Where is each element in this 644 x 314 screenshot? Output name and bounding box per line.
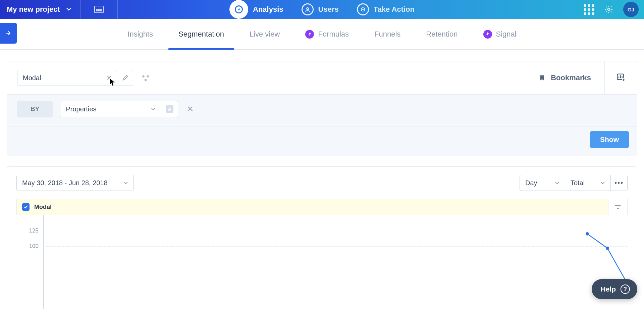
compare-icon[interactable] <box>141 73 150 82</box>
chart-legend: Modal <box>16 199 628 215</box>
bolt-icon <box>483 30 492 39</box>
topbar-right: GJ <box>584 2 639 17</box>
tab-label: Retention <box>426 30 458 39</box>
filter-lines-icon <box>614 203 622 211</box>
y-tick-label: 125 <box>29 227 39 234</box>
tab-segmentation[interactable]: Segmentation <box>178 19 224 49</box>
nav-label: Take Action <box>374 5 415 14</box>
tab-label: Formulas <box>318 30 349 39</box>
tab-funnels[interactable]: Funnels <box>374 19 400 49</box>
target-icon <box>357 3 369 15</box>
tab-label: Signal <box>496 30 517 39</box>
user-icon <box>302 3 314 15</box>
svg-point-7 <box>145 79 147 81</box>
divider <box>117 0 118 19</box>
y-tick-label: 100 <box>29 243 39 250</box>
edit-event-button[interactable] <box>117 70 133 86</box>
tab-signal[interactable]: Signal <box>483 19 517 49</box>
nav-label: Users <box>318 5 339 14</box>
bookmark-icon <box>539 74 545 82</box>
line-chart: 100125 <box>16 215 628 309</box>
chevron-down-icon <box>600 179 605 187</box>
chevron-down-icon <box>66 6 71 13</box>
nav-users[interactable]: Users <box>302 3 339 15</box>
svg-point-6 <box>147 75 149 77</box>
svg-point-5 <box>142 75 145 77</box>
chevron-down-icon <box>151 105 156 113</box>
chevron-down-icon <box>555 179 559 187</box>
pencil-icon <box>122 74 128 81</box>
add-to-dashboard-button[interactable] <box>605 72 637 83</box>
nav-label: Analysis <box>253 5 283 14</box>
show-button[interactable]: Show <box>590 131 629 148</box>
chevron-down-icon <box>123 179 128 187</box>
by-label: BY <box>17 101 53 117</box>
property-type-toggle[interactable]: A <box>161 101 178 117</box>
nav-analysis[interactable]: Analysis <box>229 0 283 19</box>
chart-series-line <box>587 234 628 284</box>
granularity-value: Day <box>525 179 537 187</box>
nav-take-action[interactable]: Take Action <box>357 3 415 15</box>
tab-label: Insights <box>127 30 153 39</box>
granularity-selector[interactable]: Day <box>520 175 565 191</box>
bolt-icon <box>305 30 314 39</box>
report-icon <box>94 6 104 13</box>
svg-point-4 <box>608 8 610 11</box>
date-range-value: May 30, 2018 - Jun 28, 2018 <box>22 179 108 187</box>
legend-options-button[interactable] <box>608 199 627 215</box>
tab-retention[interactable]: Retention <box>426 19 458 49</box>
help-label: Help <box>600 285 616 293</box>
chart-data-point[interactable] <box>606 247 609 250</box>
project-name: My new project <box>7 5 60 14</box>
compass-icon <box>229 0 248 19</box>
chart-plus-icon <box>616 72 626 82</box>
close-icon[interactable]: ✕ <box>106 74 112 82</box>
tab-formulas[interactable]: Formulas <box>305 19 349 49</box>
dashboards-button[interactable] <box>80 0 117 19</box>
legend-label: Modal <box>34 204 52 211</box>
check-icon <box>23 205 28 209</box>
tab-insights[interactable]: Insights <box>127 19 153 49</box>
svg-point-3 <box>362 9 364 10</box>
event-selector[interactable]: Modal ✕ <box>17 70 117 86</box>
chart-data-point[interactable] <box>586 232 589 235</box>
properties-selector[interactable]: Properties A <box>60 101 178 117</box>
help-icon: ? <box>621 284 630 294</box>
aggregation-selector[interactable]: Total <box>565 175 611 191</box>
chart-options-button[interactable]: ••• <box>611 175 628 191</box>
properties-label: Properties <box>66 105 96 113</box>
bookmarks-button[interactable]: Bookmarks <box>525 73 604 82</box>
clear-breakdown-button[interactable]: ✕ <box>187 104 194 114</box>
settings-icon[interactable] <box>604 5 613 14</box>
type-badge: A <box>166 105 173 113</box>
date-range-selector[interactable]: May 30, 2018 - Jun 28, 2018 <box>16 175 134 191</box>
tab-label: Live view <box>250 30 280 39</box>
aggregation-value: Total <box>571 179 585 187</box>
more-icon: ••• <box>614 179 624 187</box>
legend-item[interactable]: Modal <box>17 199 608 215</box>
project-selector[interactable]: My new project <box>0 0 80 19</box>
expand-sidebar-button[interactable] <box>0 23 17 44</box>
event-name: Modal <box>23 74 41 82</box>
svg-point-1 <box>307 8 309 10</box>
bookmarks-label: Bookmarks <box>551 73 591 82</box>
app-topbar: My new project Analysis Users Take Actio… <box>0 0 644 19</box>
results-panel: May 30, 2018 - Jun 28, 2018 Day Total <box>7 166 637 309</box>
legend-checkbox[interactable] <box>22 203 30 211</box>
query-builder-panel: Modal ✕ Bookmarks <box>7 61 637 156</box>
tab-label: Segmentation <box>178 30 224 39</box>
user-avatar[interactable]: GJ <box>623 2 639 17</box>
apps-icon[interactable] <box>584 4 594 15</box>
primary-nav: Analysis Users Take Action <box>229 0 415 19</box>
avatar-initials: GJ <box>628 7 634 12</box>
tab-live-view[interactable]: Live view <box>250 19 280 49</box>
report-subnav: InsightsSegmentationLive viewFormulasFun… <box>0 19 644 50</box>
help-button[interactable]: Help ? <box>592 279 637 299</box>
tab-label: Funnels <box>374 30 400 39</box>
